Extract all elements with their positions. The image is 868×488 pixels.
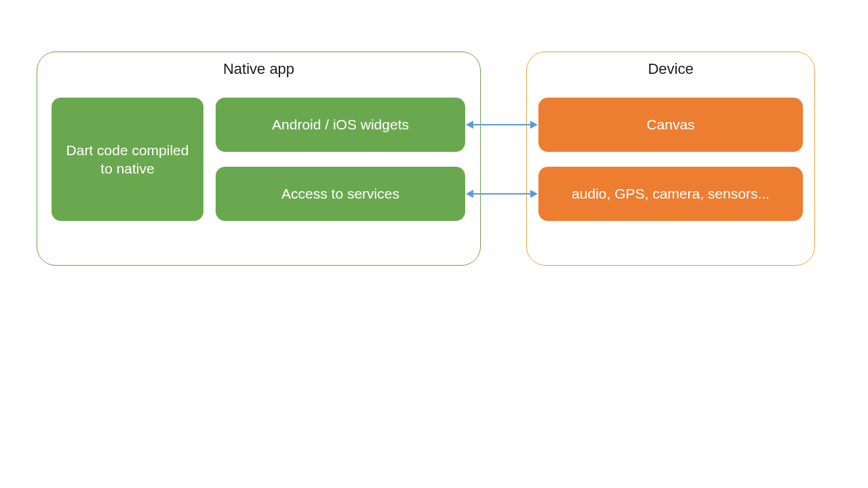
device-title: Device (527, 60, 814, 78)
services-label: Access to services (281, 184, 399, 203)
dart-code-box: Dart code compiled to native (52, 98, 203, 221)
native-app-title: Native app (37, 60, 480, 78)
services-box: Access to services (216, 167, 465, 221)
canvas-box: Canvas (538, 98, 803, 152)
peripherals-box: audio, GPS, camera, sensors... (538, 167, 803, 221)
widgets-box: Android / iOS widgets (216, 98, 465, 152)
dart-code-label: Dart code compiled to native (60, 141, 195, 178)
peripherals-label: audio, GPS, camera, sensors... (572, 184, 770, 203)
device-container: Device (526, 52, 815, 266)
widgets-label: Android / iOS widgets (272, 115, 409, 134)
canvas-label: Canvas (646, 115, 694, 134)
